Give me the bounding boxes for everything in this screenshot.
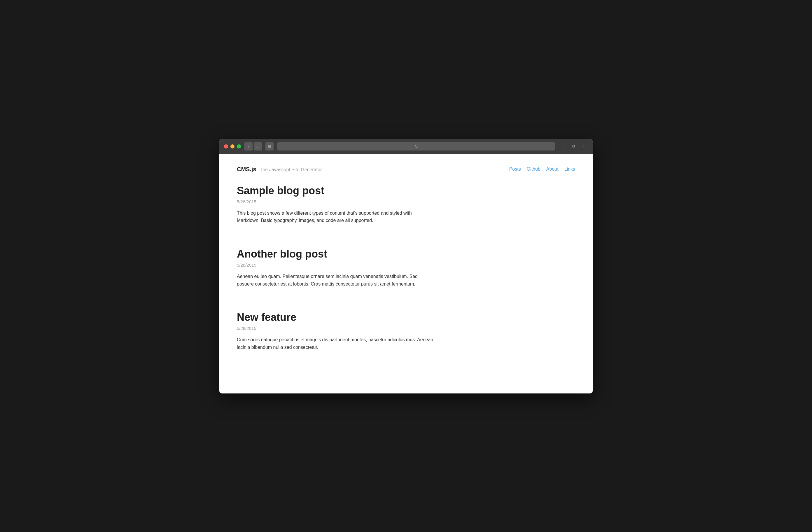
close-button[interactable]	[224, 144, 228, 148]
minimize-button[interactable]	[230, 144, 234, 148]
browser-window: ‹ › ⊞ ↻ ↑ ⧉ + CMS.js The Javascript Site…	[219, 139, 593, 393]
share-button[interactable]: ↑	[559, 142, 567, 150]
address-bar[interactable]: ↻	[277, 142, 555, 150]
nav-buttons: ‹ ›	[244, 142, 262, 150]
traffic-lights	[224, 144, 241, 148]
sidebar-button[interactable]: ⊞	[265, 142, 274, 150]
browser-chrome: ‹ › ⊞ ↻ ↑ ⧉ +	[219, 139, 593, 154]
site-name: CMS.js	[237, 166, 256, 173]
post-date: 5/28/2015	[237, 262, 575, 268]
post-date: 5/28/2015	[237, 326, 575, 331]
site-branding: CMS.js The Javascript Site Generator	[237, 166, 322, 173]
nav-link-about[interactable]: About	[546, 167, 559, 172]
post-item: New feature 5/28/2015 Cum sociis natoque…	[237, 311, 575, 357]
post-excerpt: Aenean eu leo quam. Pellentesque ornare …	[237, 273, 435, 288]
post-title[interactable]: New feature	[237, 311, 575, 323]
site-header: CMS.js The Javascript Site Generator Pos…	[237, 166, 575, 178]
site-tagline: The Javascript Site Generator	[260, 167, 322, 172]
toolbar-right: ↑ ⧉ +	[559, 142, 588, 150]
nav-link-github[interactable]: Github	[527, 167, 540, 172]
posts-list: Sample blog post 5/28/2015 This blog pos…	[237, 184, 575, 357]
post-item: Sample blog post 5/28/2015 This blog pos…	[237, 184, 575, 230]
post-title[interactable]: Another blog post	[237, 248, 575, 260]
forward-button[interactable]: ›	[254, 142, 262, 150]
site-nav: Posts Github About Links	[509, 167, 575, 172]
post-date: 5/28/2015	[237, 199, 575, 204]
maximize-button[interactable]	[237, 144, 241, 148]
refresh-icon[interactable]: ↻	[415, 144, 418, 149]
nav-link-links[interactable]: Links	[564, 167, 575, 172]
nav-link-posts[interactable]: Posts	[509, 167, 521, 172]
post-excerpt: Cum sociis natoque penatibus et magnis d…	[237, 336, 435, 351]
post-title[interactable]: Sample blog post	[237, 184, 575, 197]
page-content: CMS.js The Javascript Site Generator Pos…	[219, 154, 593, 393]
add-tab-button[interactable]: +	[580, 142, 588, 150]
post-item: Another blog post 5/28/2015 Aenean eu le…	[237, 248, 575, 293]
windows-button[interactable]: ⧉	[569, 142, 578, 150]
post-excerpt: This blog post shows a few different typ…	[237, 210, 435, 224]
back-button[interactable]: ‹	[244, 142, 252, 150]
